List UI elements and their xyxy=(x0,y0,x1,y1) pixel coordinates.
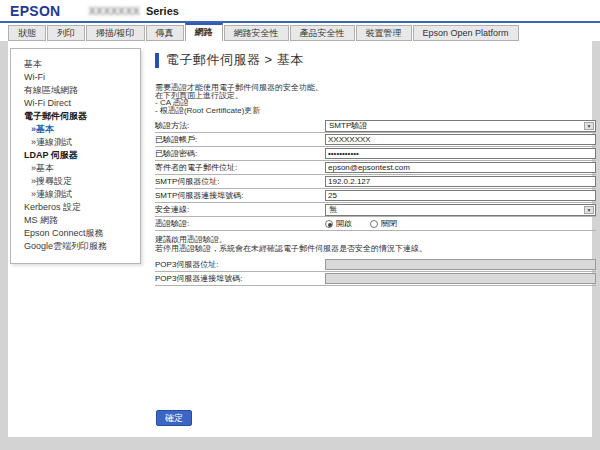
form-row-pop3-server-port: POP3伺服器連接埠號碼: xyxy=(155,272,596,286)
tab-print[interactable]: 列印 xyxy=(47,25,85,41)
sidebar-item-basic[interactable]: 基本 xyxy=(24,58,136,71)
auth-method-select[interactable]: SMTP驗證▼ xyxy=(325,120,596,132)
tab-epson-open-platform[interactable]: Epson Open Platform xyxy=(413,25,519,41)
authenticated-account-input[interactable] xyxy=(325,134,596,145)
authenticated-password-input[interactable] xyxy=(325,148,596,159)
tab-device-management[interactable]: 裝置管理 xyxy=(356,25,412,41)
certificate-validation-radio-group: 開啟關閉 xyxy=(325,218,596,229)
sidebar-item-wifi[interactable]: Wi-Fi xyxy=(24,71,136,84)
ok-button[interactable]: 確定 xyxy=(156,410,192,426)
sidebar-item-kerberos-settings[interactable]: Kerberos 設定 xyxy=(24,201,136,214)
tab-fax[interactable]: 傳真 xyxy=(146,25,184,41)
smtp-server-port-control xyxy=(325,190,596,201)
certificate-validation-note: 建議啟用憑證驗證。若停用憑證驗證，系統會在未經確認電子郵件伺服器是否安全的情況下… xyxy=(155,231,596,258)
pop3-server-port-label: POP3伺服器連接埠號碼: xyxy=(155,273,325,284)
sidebar-section-ldap-server: LDAP 伺服器 xyxy=(24,149,136,162)
description-line: - 根憑證(Root Certificate)更新 xyxy=(155,107,596,115)
page-description: 需要憑證才能使用電子郵件伺服器的安全功能。在下列頁面上進行設定。- CA 憑證-… xyxy=(155,84,596,114)
chevron-down-icon[interactable]: ▼ xyxy=(584,206,594,214)
authenticated-account-control xyxy=(325,134,596,145)
smtp-server-address-label: SMTP伺服器位址: xyxy=(155,176,325,187)
smtp-server-port-input[interactable] xyxy=(325,190,596,201)
email-server-form: 驗證方法:SMTP驗證▼已驗證帳戶:已驗證密碼:寄件者的電子郵件位址:SMTP伺… xyxy=(155,119,596,286)
content-panel: 基本Wi-Fi有線區域網路Wi-Fi Direct電子郵件伺服器»基本»連線測試… xyxy=(8,41,592,437)
sidebar-item-wired-lan[interactable]: 有線區域網路 xyxy=(24,84,136,97)
secure-connection-select[interactable]: 無▼ xyxy=(325,204,596,216)
sidebar-item-google-cloud-print-services[interactable]: Google雲端列印服務 xyxy=(24,240,136,253)
tab-network-security[interactable]: 網路安全性 xyxy=(224,25,289,41)
sidebar-item-ldap-basic[interactable]: »基本 xyxy=(24,162,136,175)
smtp-server-port-label: SMTP伺服器連接埠號碼: xyxy=(155,190,325,201)
sidebar-item-email-server-basic[interactable]: »基本 xyxy=(24,123,136,136)
title-accent-bar xyxy=(155,53,159,68)
form-row-smtp-server-port: SMTP伺服器連接埠號碼: xyxy=(155,189,596,203)
tab-scan-copy[interactable]: 掃描/複印 xyxy=(86,25,145,41)
form-row-auth-method: 驗證方法:SMTP驗證▼ xyxy=(155,119,596,133)
radio-button-icon[interactable] xyxy=(370,220,378,228)
app-header: EPSON XXXXXXX Series xyxy=(0,0,600,23)
form-row-certificate-validation: 憑證驗證:開啟關閉 xyxy=(155,217,596,231)
pop3-server-address-control xyxy=(325,259,596,270)
form-row-smtp-server-address: SMTP伺服器位址: xyxy=(155,175,596,189)
pop3-server-address-input xyxy=(325,259,596,270)
series-label: Series xyxy=(146,5,179,17)
sidebar-item-wifi-direct[interactable]: Wi-Fi Direct xyxy=(24,97,136,110)
pop3-server-address-label: POP3伺服器位址: xyxy=(155,259,325,270)
form-row-authenticated-password: 已驗證密碼: xyxy=(155,147,596,161)
epson-web-config-page: EPSON XXXXXXX Series 狀態列印掃描/複印傳真網路網路安全性產… xyxy=(0,0,600,450)
authenticated-account-label: 已驗證帳戶: xyxy=(155,134,325,145)
epson-logo: EPSON xyxy=(10,3,61,19)
content-area: 基本Wi-Fi有線區域網路Wi-Fi Direct電子郵件伺服器»基本»連線測試… xyxy=(0,41,600,450)
certificate-validation-option-label: 關閉 xyxy=(381,218,397,229)
certificate-validation-option-0[interactable]: 開啟 xyxy=(325,218,352,229)
sender-email-address-input[interactable] xyxy=(325,162,596,173)
certificate-validation-option-label: 開啟 xyxy=(336,218,352,229)
sender-email-address-label: 寄件者的電子郵件位址: xyxy=(155,162,325,173)
auth-method-selected-value: SMTP驗證 xyxy=(329,120,367,131)
note-line: 建議啟用憑證驗證。 xyxy=(155,235,596,244)
sidebar-item-ldap-search-settings[interactable]: »搜尋設定 xyxy=(24,175,136,188)
page-title-text: 電子郵件伺服器 > 基本 xyxy=(166,51,304,69)
form-row-sender-email-address: 寄件者的電子郵件位址: xyxy=(155,161,596,175)
form-row-secure-connection: 安全連線:無▼ xyxy=(155,203,596,217)
secure-connection-selected-value: 無 xyxy=(329,204,337,215)
secure-connection-label: 安全連線: xyxy=(155,204,325,215)
sender-email-address-control xyxy=(325,162,596,173)
sidebar-item-email-server-connection-test[interactable]: »連線測試 xyxy=(24,136,136,149)
authenticated-password-label: 已驗證密碼: xyxy=(155,148,325,159)
top-tab-bar: 狀態列印掃描/複印傳真網路網路安全性產品安全性裝置管理Epson Open Pl… xyxy=(0,23,600,41)
description-line: 在下列頁面上進行設定。 xyxy=(155,92,596,100)
settings-sidebar: 基本Wi-Fi有線區域網路Wi-Fi Direct電子郵件伺服器»基本»連線測試… xyxy=(10,48,141,264)
note-line: 若停用憑證驗證，系統會在未經確認電子郵件伺服器是否安全的情況下連線。 xyxy=(155,244,596,253)
certificate-validation-option-1[interactable]: 關閉 xyxy=(370,218,397,229)
sidebar-item-ms-network[interactable]: MS 網路 xyxy=(24,214,136,227)
smtp-server-address-control xyxy=(325,176,596,187)
pop3-server-port-control xyxy=(325,273,596,284)
tab-product-security[interactable]: 產品安全性 xyxy=(290,25,355,41)
page-title: 電子郵件伺服器 > 基本 xyxy=(155,52,596,68)
printer-model-redacted: XXXXXXX xyxy=(89,5,140,17)
tab-network[interactable]: 網路 xyxy=(185,23,223,41)
secure-connection-control: 無▼ xyxy=(325,204,596,216)
authenticated-password-control xyxy=(325,148,596,159)
sidebar-item-epson-connect-services[interactable]: Epson Connect服務 xyxy=(24,227,136,240)
radio-button-icon[interactable] xyxy=(325,220,333,228)
tab-status[interactable]: 狀態 xyxy=(8,25,46,41)
form-row-authenticated-account: 已驗證帳戶: xyxy=(155,133,596,147)
certificate-validation-control: 開啟關閉 xyxy=(325,218,596,229)
main-content: 電子郵件伺服器 > 基本 需要憑證才能使用電子郵件伺服器的安全功能。在下列頁面上… xyxy=(155,52,596,286)
form-row-pop3-server-address: POP3伺服器位址: xyxy=(155,258,596,272)
sidebar-section-email-server: 電子郵件伺服器 xyxy=(24,110,136,123)
smtp-server-address-input[interactable] xyxy=(325,176,596,187)
auth-method-label: 驗證方法: xyxy=(155,120,325,131)
sidebar-item-ldap-connection-test[interactable]: »連線測試 xyxy=(24,188,136,201)
auth-method-control: SMTP驗證▼ xyxy=(325,120,596,132)
chevron-down-icon[interactable]: ▼ xyxy=(584,122,594,130)
certificate-validation-label: 憑證驗證: xyxy=(155,218,325,229)
pop3-server-port-input xyxy=(325,273,596,284)
